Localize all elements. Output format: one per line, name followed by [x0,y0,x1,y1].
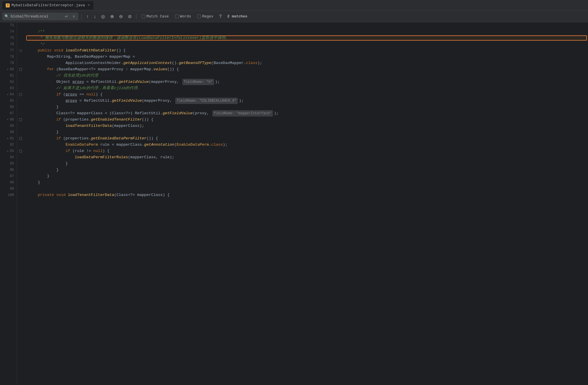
words-option[interactable]: Words [173,14,193,19]
fold-icon-80-margin [19,68,22,71]
search-nav-circle-button[interactable]: ◎ [99,13,107,20]
code-line-100: private void loadTenantFilterData(Class<… [29,192,588,198]
margin-87 [17,110,24,117]
code-area: /** * 预先加载与数据过滤相关的数据到缓存，该函数会在(LoadDataFi… [24,22,588,385]
match-case-checkbox[interactable] [142,15,145,18]
search-divider-2 [136,14,136,19]
search-icon: 🔍 [5,14,9,19]
line-88: ▾ 88 [0,117,17,123]
code-line-94: loadDataPermFilterRules(mapperClass, rul… [29,154,588,161]
line-78: 78 [0,54,17,60]
search-divider-1 [81,14,82,19]
search-clear-button[interactable]: × [71,14,76,19]
code-line-97: } [29,173,588,179]
margin-94 [17,154,24,161]
code-line-76: */ [29,41,588,47]
token-comment-75: * 预先加载与数据过滤相关的数据到缓存，该函数会在(LoadDataFilter… [29,35,229,41]
margin-82 [17,79,24,85]
margin-85 [17,98,24,104]
search-input[interactable] [11,14,62,19]
code-line-84: if (proxy == null) { [29,91,588,98]
regex-option[interactable]: Regex [195,14,216,19]
margin-81 [17,73,24,79]
line-83: 83 [0,85,17,91]
line-number-gutter: 73 74 75 76 77 78 79 ▾ 80 81 82 83 ▾ 84 … [0,22,17,385]
search-nav-down-button[interactable]: ↓ [92,13,98,20]
match-case-label: Match Case [146,14,169,19]
tab-close-button[interactable]: × [88,3,90,7]
code-line-89: loadTenantFilterData(mapperClass); [29,123,588,129]
line-81: 81 [0,73,17,79]
margin-78 [17,54,24,60]
regex-checkbox[interactable] [197,15,201,18]
line-75: 75 [0,35,17,41]
line-77: 77 [0,47,17,54]
line-94: 94 [0,154,17,161]
line-87: 87 [0,110,17,117]
code-line-83: // 如果不是jdk的代理，再看看cjlib的代理。 [29,85,588,91]
margin-90 [17,129,24,135]
line-84: ▾ 84 [0,91,17,98]
code-line-92: EnableDataPerm rule = mapperClass.getAnn… [29,142,588,148]
search-enter-button[interactable]: ↵ [64,14,70,19]
code-line-74: /** [29,29,588,35]
fold-icon-88[interactable]: ▾ [6,118,9,121]
match-case-option[interactable]: Match Case [139,14,171,19]
line-73: 73 [0,22,17,29]
margin-77 [17,47,24,54]
line-74: 74 [0,29,17,35]
token-comment-74: /** [29,29,45,35]
line-95: 95 [0,161,17,167]
search-filter-button[interactable]: ⊘ [126,13,133,20]
margin-92 [17,142,24,148]
fold-icon-84[interactable]: ▾ [6,93,9,96]
code-line-93: if (rule != null) { [29,148,588,154]
margin-93 [17,148,24,154]
margin-98 [17,179,24,186]
code-line-80: for (BaseDaoMapper<?> mapperProxy : mapp… [29,66,588,73]
regex-help-button[interactable]: ? [217,13,223,20]
margin-73 [17,22,24,29]
fold-icon-93-margin [19,150,22,153]
line-76: 76 [0,41,17,47]
margin-80 [17,66,24,73]
code-line-85: proxy = ReflectUtil.getFieldValue(mapper… [29,98,588,104]
token-comment-76: */ [29,41,45,47]
margin-86 [17,104,24,110]
search-nav-plus-button[interactable]: ⊕ [108,13,116,20]
code-line-91: if (properties.getEnabledDataPermFilter(… [29,135,588,142]
regex-label: Regex [202,14,213,19]
fold-icon-91[interactable]: ▾ [6,137,9,140]
line-91: ▾ 91 [0,135,17,142]
tab-bar: J MybatisDataFilterInterceptor.java × [0,0,588,11]
words-checkbox[interactable] [175,15,179,18]
fold-icon-93[interactable]: ▾ [6,150,9,153]
editor-tab[interactable]: J MybatisDataFilterInterceptor.java × [2,1,93,10]
margin-84 [17,91,24,98]
line-100: 100 [0,192,17,198]
fold-icon-80[interactable]: ▾ [6,68,9,71]
fold-icon-88-margin [19,118,22,121]
margin-74 [17,29,24,35]
code-line-77: public void loadInfoWithDataFilter() { [29,47,588,54]
code-line-79: ApplicationContextHolder.getApplicationC… [29,60,588,66]
fold-icon-91-margin [19,137,22,140]
margin-76 [17,41,24,47]
line-96: 96 [0,167,17,173]
search-input-wrapper: 🔍 ↵ × [2,13,78,20]
fold-icon-84-margin [19,93,22,96]
search-nav-up-button[interactable]: ↑ [84,13,90,20]
line-80: ▾ 80 [0,66,17,73]
line-89: 89 [0,123,17,129]
code-line-78: Map<String, BaseDaoMapper> mapperMap = [29,54,588,60]
line-82: 82 [0,79,17,85]
line-90: 90 [0,129,17,135]
code-line-99 [29,186,588,192]
margin-79 [17,60,24,66]
line-93: ▾ 93 [0,148,17,154]
margin-97 [17,173,24,179]
margin-100 [17,192,24,198]
margin-96 [17,167,24,173]
editor: 73 74 75 76 77 78 79 ▾ 80 81 82 83 ▾ 84 … [0,22,588,385]
search-nav-minus-button[interactable]: ⊖ [117,13,124,20]
